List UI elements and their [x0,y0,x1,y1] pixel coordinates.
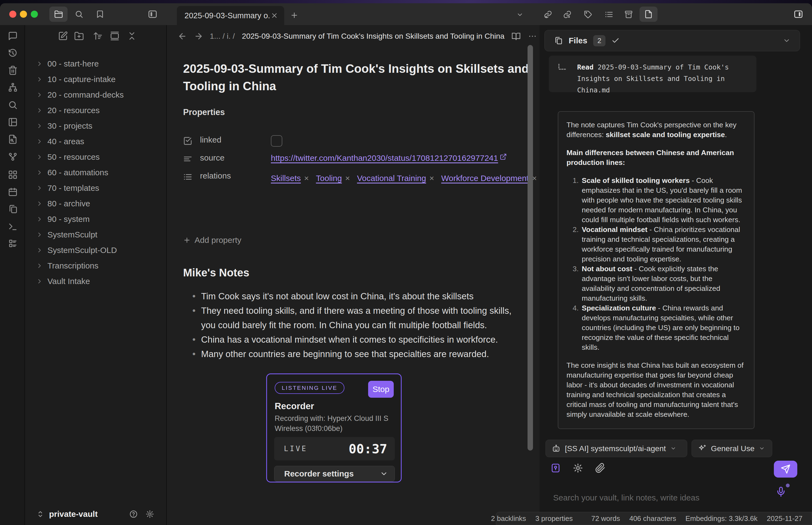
model-selector-dropdown[interactable]: [SS AI] systemsculpt/ai-agent [546,440,687,457]
new-folder-icon[interactable] [74,31,84,41]
file-search-icon[interactable] [8,134,18,144]
tab-close-icon[interactable] [271,12,278,19]
sort-icon[interactable] [93,31,103,41]
embeddings-status[interactable]: Embeddings: 3.3k/3.6k [685,514,757,523]
close-window-button[interactable] [9,11,16,18]
note-bullet[interactable]: China has a vocational mindset when it c… [191,332,518,347]
folder-item[interactable]: 30 - projects [25,118,166,134]
toggle-right-sidebar-button[interactable] [792,9,805,20]
folder-item[interactable]: Vault Intake [25,273,166,289]
trash-icon[interactable] [8,65,18,75]
date-indicator[interactable]: 2025-11-27 [767,514,802,523]
word-count[interactable]: 72 words [591,514,620,523]
relation-tag-link[interactable]: Vocational Training [357,174,426,183]
folder-item[interactable]: Transcriptions [25,258,166,273]
terminal-icon[interactable] [8,222,18,232]
outline-view-button[interactable] [604,9,614,20]
folder-item[interactable]: 50 - resources [25,149,166,165]
folder-item[interactable]: 60 - automations [25,165,166,180]
bookmarks-button[interactable] [95,9,105,19]
chat-input[interactable] [553,490,760,506]
paperclip-icon[interactable] [595,463,606,473]
linked-checkbox[interactable] [271,135,282,147]
character-count[interactable]: 406 characters [629,514,676,523]
stop-recording-button[interactable]: Stop [368,381,394,398]
outgoing-links-button[interactable] [562,9,572,20]
check-square-icon[interactable] [183,136,193,146]
recorder-settings-dropdown[interactable]: Recorder settings [274,466,395,482]
forward-arrow-icon[interactable] [194,32,203,41]
note-bullet[interactable]: They need tooling skills, and if there w… [191,303,518,332]
breadcrumb-path[interactable]: 1... / i. / [210,32,235,41]
minimize-window-button[interactable] [20,11,27,18]
file-view-button[interactable] [640,6,658,22]
tool-call-read-file[interactable]: Read 2025-09-03-Summary of Tim Cook's In… [549,56,756,92]
relation-tag-link[interactable]: Workforce Development [441,174,528,183]
folder-item[interactable]: 00 - start-here [25,56,166,71]
vault-context-icon[interactable] [550,463,561,473]
editor-scrollbar[interactable] [527,45,533,451]
folder-item[interactable]: 70 - templates [25,180,166,196]
folder-item[interactable]: 20 - resources [25,103,166,118]
zoom-window-button[interactable] [31,11,38,18]
property-key-linked[interactable]: linked [200,135,271,145]
folder-item[interactable]: 90 - system [25,211,166,227]
checklist-icon[interactable] [8,239,18,248]
list-icon[interactable] [183,172,193,182]
workflow-icon[interactable] [8,82,18,92]
folder-item[interactable]: 10 - capture-intake [25,71,166,87]
properties-heading[interactable]: Properties [183,107,225,117]
tab-list-dropdown[interactable] [516,10,524,19]
tags-view-button[interactable] [583,9,593,20]
vault-switcher[interactable]: private-vault [25,505,166,525]
copies-icon[interactable] [8,204,18,214]
preset-selector-dropdown[interactable]: General Use [692,440,772,457]
backlinks-view-button[interactable] [543,9,553,20]
remove-tag-icon[interactable] [304,174,309,183]
settings-gear-icon[interactable] [145,510,154,519]
folder-item[interactable]: 40 - areas [25,134,166,149]
calendar-icon[interactable] [8,187,18,197]
breadcrumb-current[interactable]: 2025-09-03-Summary of Tim Cook's Insight… [242,32,505,41]
folder-item[interactable]: 80 - archive [25,196,166,211]
property-key-relations[interactable]: relations [200,171,271,180]
archive-view-button[interactable] [624,9,634,20]
more-options-icon[interactable] [528,32,537,41]
note-bullet[interactable]: Many other countries are beginning to se… [191,347,518,361]
files-context-header[interactable]: Files 2 [545,30,800,51]
voice-input-button[interactable] [776,485,787,500]
back-arrow-icon[interactable] [178,32,187,41]
toggle-left-sidebar-button[interactable] [49,6,67,22]
note-bullet[interactable]: Tim Cook says it's not about low cost in… [191,289,518,303]
properties-count[interactable]: 3 properties [535,514,573,523]
dashboard-grid-icon[interactable] [8,170,18,180]
reading-view-icon[interactable] [511,32,521,41]
send-message-button[interactable] [774,461,797,478]
chevron-down-icon[interactable] [783,37,791,44]
folder-item[interactable]: 20 - command-decks [25,87,166,103]
collapse-left-panel-button[interactable] [147,9,158,20]
new-tab-button[interactable] [289,10,299,20]
external-link-icon[interactable] [500,153,507,160]
comments-icon[interactable] [8,31,18,41]
fork-icon[interactable] [8,152,18,162]
quick-switcher-button[interactable] [74,9,84,19]
backlinks-count[interactable]: 2 backlinks [491,514,526,523]
collapse-all-icon[interactable] [127,31,137,41]
folder-item[interactable]: SystemSculpt [25,227,166,242]
source-url-link[interactable]: https://twitter.com/Kanthan2030/status/1… [271,153,498,163]
table-layout-icon[interactable] [8,117,18,127]
add-property-button[interactable]: Add property [183,236,242,245]
relation-tag-link[interactable]: Skillsets [271,174,301,183]
remove-tag-icon[interactable] [345,174,350,183]
folder-item[interactable]: SystemSculpt-OLD [25,242,166,258]
property-key-source[interactable]: source [200,153,271,163]
chat-settings-gear-icon[interactable] [573,463,583,473]
help-icon[interactable] [129,510,138,519]
tab-active-note[interactable]: 2025-09-03-Summary o... [177,6,284,25]
history-icon[interactable] [8,48,18,58]
text-lines-icon[interactable] [183,154,193,164]
new-note-icon[interactable] [58,31,68,41]
relation-tag-link[interactable]: Tooling [316,174,342,183]
search-icon[interactable] [8,100,18,110]
